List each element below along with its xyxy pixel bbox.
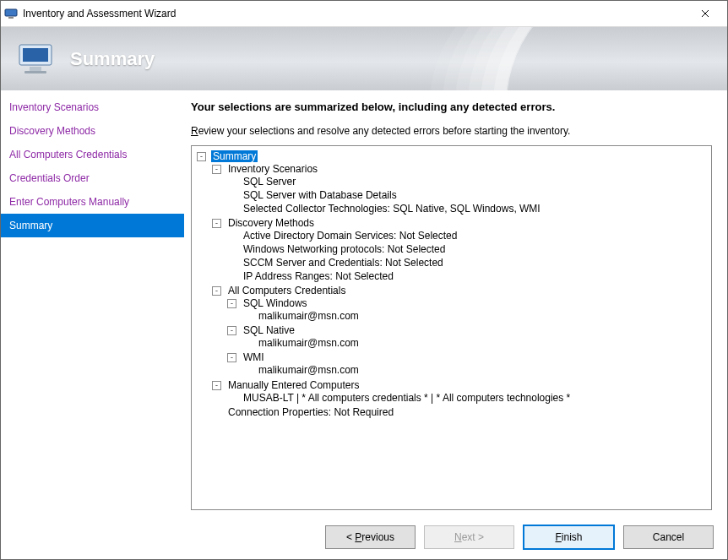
tree-spacer — [227, 231, 236, 241]
tree-spacer — [227, 191, 236, 200]
tree-node[interactable]: -SQL Windowsmalikumair@msn.com — [227, 296, 708, 323]
tree-node[interactable]: Connection Properties: Not Required — [212, 405, 708, 419]
page-title: Summary — [70, 48, 155, 70]
tree-node[interactable]: SQL Server — [227, 175, 708, 188]
tree-spacer — [227, 245, 236, 254]
tree-node[interactable]: MUSAB-LT | * All computers credentials *… — [227, 391, 708, 405]
collapse-icon[interactable]: - — [227, 326, 236, 335]
tree-label[interactable]: Inventory Scenarios — [226, 163, 319, 175]
svg-rect-1 — [8, 17, 14, 19]
collapse-icon[interactable]: - — [212, 381, 221, 390]
tree-node[interactable]: -Manually Entered ComputersMUSAB-LT | * … — [212, 378, 708, 405]
tree-label[interactable]: IP Address Ranges: Not Selected — [242, 270, 395, 282]
wizard-window: Inventory and Assessment Wizard Summary … — [0, 0, 728, 560]
tree-node[interactable]: SCCM Server and Credentials: Not Selecte… — [227, 256, 708, 269]
tree-label[interactable]: malikumair@msn.com — [257, 337, 361, 349]
tree-node[interactable]: Windows Networking protocols: Not Select… — [227, 242, 708, 256]
next-button: Next > — [424, 525, 514, 549]
collapse-icon[interactable]: - — [212, 165, 221, 174]
tree-node[interactable]: -Summary-Inventory ScenariosSQL ServerSQ… — [197, 150, 708, 420]
collapse-icon[interactable]: - — [227, 299, 236, 308]
summary-tree[interactable]: -Summary-Inventory ScenariosSQL ServerSQ… — [191, 145, 712, 510]
nav-item[interactable]: Inventory Scenarios — [1, 95, 184, 119]
header-banner: Summary — [1, 27, 727, 90]
nav-item: Summary — [1, 214, 184, 237]
tree-label[interactable]: SQL Windows — [242, 297, 309, 309]
nav-item[interactable]: All Computers Credentials — [1, 143, 184, 166]
tree-node[interactable]: -WMImalikumair@msn.com — [227, 351, 708, 378]
tree-spacer — [242, 312, 252, 321]
collapse-icon[interactable]: - — [212, 286, 221, 296]
tree-node[interactable]: malikumair@msn.com — [242, 336, 708, 350]
tree-label[interactable]: SQL Server with Database Details — [242, 189, 399, 201]
main-area: Inventory ScenariosDiscovery MethodsAll … — [1, 90, 727, 515]
collapse-icon[interactable]: - — [227, 353, 236, 362]
previous-button[interactable]: < Previous — [325, 525, 416, 549]
tree-node[interactable]: Selected Collector Technologies: SQL Nat… — [227, 202, 708, 215]
button-bar: < Previous Next > Finish Cancel — [1, 515, 727, 559]
tree-node[interactable]: -Inventory ScenariosSQL ServerSQL Server… — [212, 162, 708, 216]
svg-rect-5 — [24, 71, 46, 73]
content-heading: Your selections are summarized below, in… — [191, 101, 712, 113]
tree-spacer — [242, 366, 252, 375]
cancel-button[interactable]: Cancel — [623, 525, 714, 549]
finish-button[interactable]: Finish — [523, 525, 615, 550]
titlebar: Inventory and Assessment Wizard — [1, 1, 727, 27]
collapse-icon[interactable]: - — [212, 219, 221, 228]
tree-node[interactable]: SQL Server with Database Details — [227, 188, 708, 202]
tree-spacer — [227, 258, 236, 268]
tree-label[interactable]: Windows Networking protocols: Not Select… — [242, 243, 447, 255]
nav-item[interactable]: Discovery Methods — [1, 119, 184, 143]
tree-spacer — [227, 394, 236, 403]
tree-label[interactable]: Manually Entered Computers — [226, 379, 361, 391]
tree-label[interactable]: Selected Collector Technologies: SQL Nat… — [242, 203, 542, 215]
tree-spacer — [227, 272, 236, 281]
tree-node[interactable]: malikumair@msn.com — [242, 363, 708, 377]
nav-item[interactable]: Enter Computers Manually — [1, 190, 184, 214]
tree-label[interactable]: Connection Properties: Not Required — [226, 406, 395, 418]
svg-rect-0 — [5, 9, 17, 16]
tree-node[interactable]: -Discovery MethodsActive Directory Domai… — [212, 216, 708, 284]
close-button[interactable] — [686, 2, 724, 26]
collapse-icon[interactable]: - — [197, 152, 206, 161]
tree-label[interactable]: SQL Native — [242, 324, 296, 336]
tree-spacer — [242, 339, 252, 348]
tree-label[interactable]: All Computers Credentials — [226, 285, 347, 296]
content-pane: Your selections are summarized below, in… — [184, 90, 727, 515]
tree-label[interactable]: Active Directory Domain Services: Not Se… — [242, 230, 459, 242]
svg-rect-4 — [30, 67, 41, 71]
tree-label[interactable]: SQL Server — [242, 176, 297, 188]
tree-label[interactable]: malikumair@msn.com — [257, 310, 361, 322]
tree-spacer — [212, 408, 221, 417]
tree-label[interactable]: SCCM Server and Credentials: Not Selecte… — [242, 257, 445, 269]
tree-spacer — [227, 177, 236, 187]
svg-rect-3 — [23, 48, 48, 62]
tree-node[interactable]: -All Computers Credentials-SQL Windowsma… — [212, 284, 708, 378]
tree-spacer — [227, 204, 236, 214]
tree-label[interactable]: WMI — [242, 351, 266, 363]
tree-label[interactable]: Summary — [211, 150, 258, 162]
tree-node[interactable]: -SQL Nativemalikumair@msn.com — [227, 323, 708, 351]
tree-node[interactable]: Active Directory Domain Services: Not Se… — [227, 229, 708, 242]
tree-label[interactable]: Discovery Methods — [226, 217, 316, 229]
nav-item[interactable]: Credentials Order — [1, 166, 184, 190]
tree-label[interactable]: malikumair@msn.com — [257, 364, 361, 376]
monitor-icon — [16, 41, 58, 77]
content-instruction: Review your selections and resolve any d… — [191, 125, 712, 137]
tree-label[interactable]: MUSAB-LT | * All computers credentials *… — [242, 392, 572, 404]
app-icon — [4, 7, 18, 20]
window-title: Inventory and Assessment Wizard — [23, 8, 686, 19]
tree-node[interactable]: malikumair@msn.com — [242, 309, 708, 323]
nav-sidebar: Inventory ScenariosDiscovery MethodsAll … — [1, 90, 184, 515]
tree-node[interactable]: IP Address Ranges: Not Selected — [227, 269, 708, 283]
